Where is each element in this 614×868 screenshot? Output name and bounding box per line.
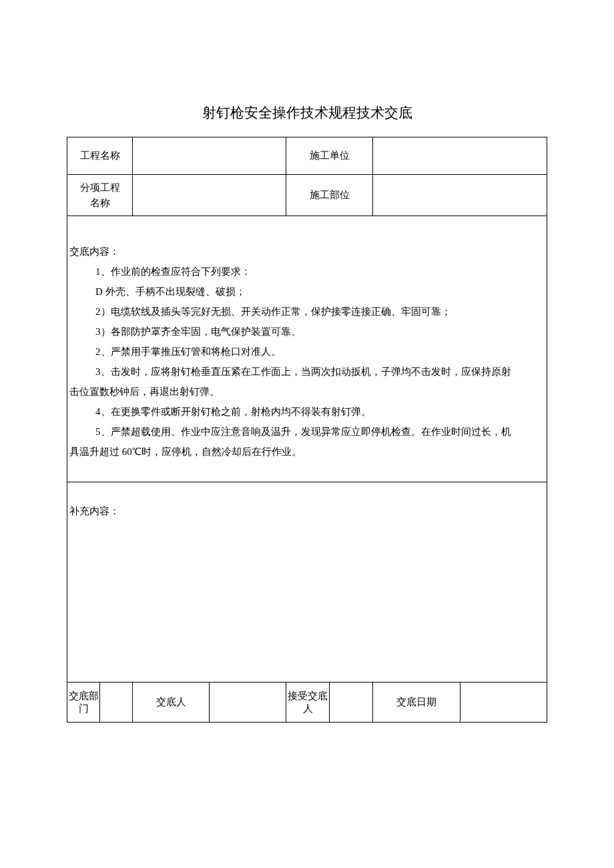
content-item-4: 4、在更换零件或断开射钉枪之前，射枪内均不得装有射钉弹。 — [69, 402, 545, 422]
disclosure-content-cell: 交底内容： 1、作业前的检查应符合下列要求： D 外壳、手柄不出现裂缝、破损； … — [67, 216, 547, 482]
document-title: 射钉枪安全操作技术规程技术交底 — [67, 103, 547, 122]
project-name-label: 工程名称 — [67, 137, 133, 175]
disclosure-person-value — [210, 683, 286, 723]
disclosure-dept-value — [100, 683, 133, 723]
footer-row: 交底部门 交底人 接受交底人 交底日期 — [67, 683, 547, 723]
content-row: 交底内容： 1、作业前的检查应符合下列要求： D 外壳、手柄不出现裂缝、破损； … — [67, 216, 547, 482]
disclosure-person-label: 交底人 — [133, 683, 210, 723]
supplement-heading: 补充内容： — [69, 501, 545, 521]
construction-unit-value — [373, 137, 547, 175]
supplement-content-cell: 补充内容： — [67, 482, 547, 683]
construction-part-value — [373, 175, 547, 216]
content-item-1-sub2: 2）电缆软线及插头等完好无损、开关动作正常，保护接零连接正确、牢固可靠； — [69, 302, 545, 322]
sub-project-label: 分项工程 名称 — [67, 175, 133, 216]
header-row-2: 分项工程 名称 施工部位 — [67, 175, 547, 216]
supplement-row: 补充内容： — [67, 482, 547, 683]
receiver-label: 接受交底人 — [286, 683, 330, 723]
content-item-3-line1: 3、击发时，应将射钉枪垂直压紧在工作面上，当两次扣动扳机，子弹均不击发时，应保持… — [69, 362, 545, 382]
header-row-1: 工程名称 施工单位 — [67, 137, 547, 175]
content-item-5-line2: 具温升超过 60℃时，应停机，自然冷却后在行作业。 — [69, 442, 545, 462]
disclosure-date-value — [460, 683, 547, 723]
content-item-5-line1: 5、严禁超载使用。作业中应注意音响及温升，发现异常应立即停机检查。在作业时间过长… — [69, 422, 545, 442]
disclosure-dept-label: 交底部门 — [67, 683, 100, 723]
content-item-2: 2、严禁用手掌推压钉管和将枪口对准人。 — [69, 342, 545, 362]
sub-project-value — [133, 175, 286, 216]
sub-project-label-line2: 名称 — [90, 197, 110, 208]
construction-unit-label: 施工单位 — [286, 137, 373, 175]
content-heading: 交底内容： — [69, 242, 545, 262]
content-item-1-sub1: D 外壳、手柄不出现裂缝、破损； — [69, 282, 545, 302]
construction-part-label: 施工部位 — [286, 175, 373, 216]
disclosure-table: 工程名称 施工单位 分项工程 名称 施工部位 交底内容： 1、作业前的检查应符合… — [67, 137, 547, 723]
content-item-1-sub3: 3）各部防护罩齐全牢固，电气保护装置可靠。 — [69, 322, 545, 342]
project-name-value — [133, 137, 286, 175]
content-item-3-line2: 击位置数秒钟后，再退出射钉弹。 — [69, 382, 545, 402]
content-item-1: 1、作业前的检查应符合下列要求： — [69, 262, 545, 282]
disclosure-date-label: 交底日期 — [373, 683, 460, 723]
receiver-value — [330, 683, 373, 723]
sub-project-label-line1: 分项工程 — [80, 182, 120, 193]
